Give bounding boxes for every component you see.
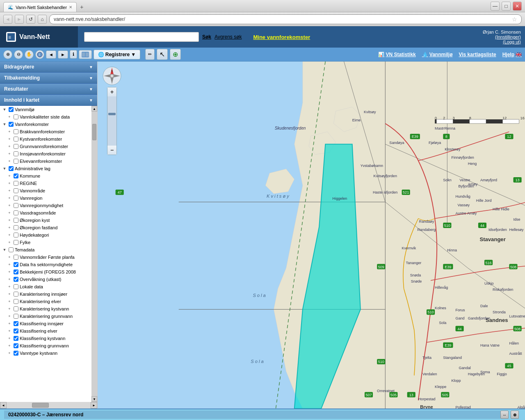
tree-item-temadata[interactable]: ▼ Temadata: [0, 246, 91, 253]
back-nav-button[interactable]: ◄: [46, 50, 56, 59]
tree-item-klas-grunnvann[interactable]: + Klassifisering grunnvann: [0, 342, 91, 349]
zoom-slider-handle[interactable]: [108, 113, 116, 115]
h-scrollbar-track[interactable]: [7, 403, 91, 408]
tree-item-vannregionmyndighet[interactable]: + Vannregionmyndighet: [0, 202, 91, 209]
tree-item-vannregion[interactable]: + Vannregion: [0, 194, 91, 202]
checkbox-kar-elver[interactable]: [14, 299, 18, 304]
identify-tool-button[interactable]: i: [35, 50, 44, 59]
tree-item-kar-innsjor[interactable]: + Karakterisering innsjøer: [0, 290, 91, 298]
bookmark-star-icon[interactable]: ☆: [512, 16, 517, 23]
active-tab[interactable]: 🌊 Vann-Nett Saksbehandler ✕: [3, 2, 77, 12]
scroll-left-button[interactable]: ◄: [0, 402, 7, 409]
tree-item-klas-kystvann[interactable]: + Klassifisering kystvann: [0, 335, 91, 342]
checkbox-klas-kystvann[interactable]: [14, 336, 18, 341]
zoom-in-tool-button[interactable]: ⊕: [3, 50, 12, 59]
checkbox-vannomrade[interactable]: [14, 188, 18, 193]
search-input[interactable]: [84, 32, 199, 42]
checkbox-data-fra[interactable]: [14, 262, 18, 267]
home-button[interactable]: ⌂: [38, 15, 47, 24]
sidebar-section-tilbakemelding[interactable]: Tilbakemelding ▼: [0, 73, 97, 84]
tree-item-okoregion-kyst[interactable]: + Økoregion kyst: [0, 217, 91, 224]
pan-tool-button[interactable]: ✋: [25, 50, 34, 59]
zoom-in-button[interactable]: +: [107, 87, 116, 96]
reload-button[interactable]: ↺: [26, 15, 35, 24]
tree-item-bekkekjemi[interactable]: + Bekkekjemi (FOREGS 2008: [0, 268, 91, 276]
status-icon-2[interactable]: ⊕: [511, 411, 519, 419]
tree-item-data-fra[interactable]: + Data fra sektormyndighete: [0, 261, 91, 268]
scroll-down-button[interactable]: ▼: [91, 396, 97, 402]
back-button[interactable]: ◄: [3, 15, 12, 24]
hjelp-link[interactable]: Hjelp 🇬🇧: [502, 52, 522, 57]
checkbox-klas-elver[interactable]: [14, 329, 18, 333]
checkbox-kystvann[interactable]: [14, 137, 18, 142]
status-icon-1[interactable]: ↔: [500, 411, 509, 419]
map-icon-button[interactable]: [79, 50, 92, 59]
checkbox-lokale[interactable]: [14, 284, 18, 289]
checkbox-grunnvann[interactable]: [14, 144, 18, 149]
tree-item-kar-elver[interactable]: + Karakterisering elver: [0, 298, 91, 305]
zoom-slider[interactable]: [107, 96, 116, 146]
info-button[interactable]: ℹ: [70, 50, 77, 59]
checkbox-administrative[interactable]: [9, 166, 14, 171]
user-logout-link[interactable]: (Logg ut): [483, 39, 521, 44]
tree-item-elvevann[interactable]: + Elvevannforekomster: [0, 158, 91, 165]
maximize-button[interactable]: □: [502, 2, 511, 11]
checkbox-vannregion[interactable]: [14, 196, 18, 201]
cursor-tool-button[interactable]: ↖: [157, 49, 168, 60]
tree-item-overvaking[interactable]: + Overvåkning (utkast): [0, 276, 91, 283]
checkbox-vannregionmyndighet[interactable]: [14, 203, 18, 208]
tree-item-vannforekomster[interactable]: ▼ Vannforekomster: [0, 121, 91, 128]
tree-item-vannomrader[interactable]: + Vannområder Første planfa: [0, 253, 91, 261]
scroll-thumb[interactable]: [92, 124, 96, 140]
pencil-tool-button[interactable]: ✏: [145, 49, 155, 60]
checkbox-temadata[interactable]: [9, 247, 14, 252]
checkbox-regine[interactable]: [14, 181, 18, 186]
tree-item-kystvann[interactable]: + Kystvannforekomster: [0, 135, 91, 143]
sidebar-h-scrollbar[interactable]: ◄ ►: [0, 402, 97, 409]
checkbox-kar-innsjor[interactable]: [14, 292, 18, 297]
address-bar[interactable]: vann-nett.nve.no/saksbehandler/ ☆: [49, 14, 522, 24]
tree-item-vannlokaliteter[interactable]: + Vannlokaliteter siste data: [0, 113, 91, 121]
checkbox-vannlokaliteter[interactable]: [14, 114, 18, 119]
checkbox-klas-grunnvann[interactable]: [14, 343, 18, 348]
checkbox-bekkekjemi[interactable]: [14, 269, 18, 274]
new-tab-button[interactable]: +: [77, 2, 87, 12]
vn-statistikk-link[interactable]: 📊 VN Statistikk: [378, 52, 415, 57]
checkbox-innsjovann[interactable]: [14, 151, 18, 156]
sidebar-section-bidragsytere[interactable]: Bidragsytere ▼: [0, 62, 97, 73]
sidebar-section-innhold[interactable]: Innhold i kartet ▼: [0, 95, 97, 106]
checkbox-vanntype-kystvann[interactable]: [14, 351, 18, 356]
tree-item-administrative[interactable]: ▼ Administrative lag: [0, 165, 91, 172]
checkbox-hoydekategori[interactable]: [14, 233, 18, 237]
checkbox-brakkvann[interactable]: [14, 129, 18, 134]
checkbox-okoregion-fastland[interactable]: [14, 225, 18, 230]
checkbox-overvaking[interactable]: [14, 277, 18, 282]
tree-item-regine[interactable]: + REGINE: [0, 180, 91, 187]
h-scrollbar-thumb[interactable]: [32, 403, 49, 408]
mine-vannforekomster-link[interactable]: Mine vannforekomster: [245, 34, 318, 40]
zoom-out-button[interactable]: −: [107, 146, 116, 155]
tree-item-grunnvann[interactable]: + Grunnvannsforekomster: [0, 143, 91, 150]
map-area[interactable]: E39 8 12 509 510 510 44 510 44 E39 E39 5…: [98, 62, 525, 409]
checkbox-fylke[interactable]: [14, 240, 18, 245]
compass-rose[interactable]: N: [102, 66, 122, 86]
checkbox-elvevann[interactable]: [14, 159, 18, 164]
tree-item-hoydekategori[interactable]: + Høydekategori: [0, 231, 91, 239]
user-settings-link[interactable]: (Innstillinger): [483, 34, 521, 39]
tree-item-okoregion-fastland[interactable]: + Økoregion fastland: [0, 224, 91, 231]
checkbox-kar-grunnvann[interactable]: [14, 314, 18, 319]
checkbox-okoregion-kyst[interactable]: [14, 218, 18, 223]
scroll-up-button[interactable]: ▲: [91, 106, 97, 112]
tree-item-kar-grunnvann[interactable]: + Karakterisering grunnvann: [0, 313, 91, 320]
tree-item-klas-elver[interactable]: + Klassifisering elver: [0, 327, 91, 335]
tree-item-brakkvann[interactable]: + Brakkvannforekomster: [0, 128, 91, 135]
checkbox-klas-innsjor[interactable]: [14, 321, 18, 326]
forward-nav-button[interactable]: ►: [58, 50, 68, 59]
tree-item-innsjovann[interactable]: + Innsjøvannforekomster: [0, 150, 91, 158]
tree-item-vannomrade[interactable]: + Vannområde: [0, 187, 91, 194]
tab-close-button[interactable]: ✕: [69, 5, 72, 9]
tree-item-kar-kystvann[interactable]: + Karakterisering kystvann: [0, 305, 91, 313]
search-button[interactable]: Søk: [202, 34, 211, 40]
tree-item-vannmiljo[interactable]: ▼ Vannmiljø: [0, 106, 91, 113]
checkbox-vannomrader[interactable]: [14, 255, 18, 260]
